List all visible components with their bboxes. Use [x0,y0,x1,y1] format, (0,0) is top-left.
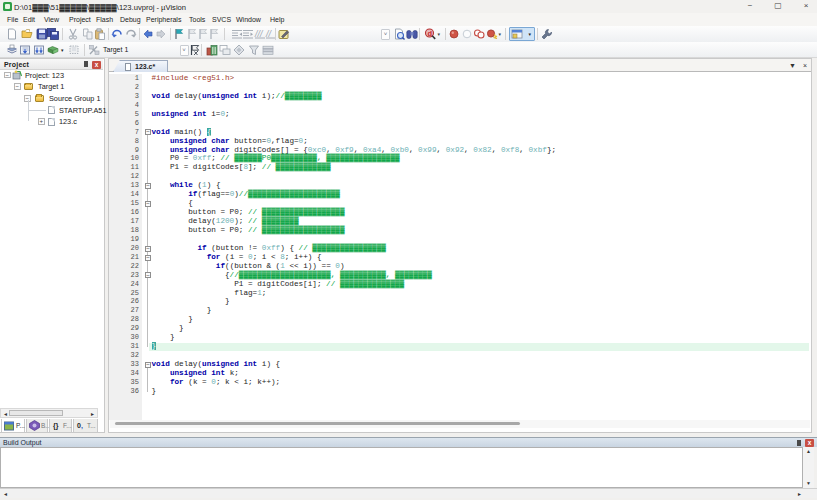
svg-text:///: /// [254,29,264,39]
svg-text:d: d [427,29,432,38]
svg-text://: // [265,29,273,39]
